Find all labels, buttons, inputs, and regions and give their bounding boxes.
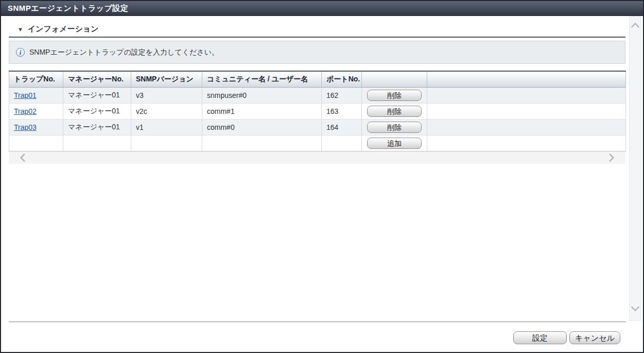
vertical-scrollbar[interactable]: [629, 16, 641, 321]
table-row-add: 追加: [9, 135, 626, 151]
table-row: Trap03 マネージャー01 v1 comm#0 164 削除: [9, 119, 626, 135]
table-row: Trap02 マネージャー01 v2c comm#1 163 削除: [9, 103, 626, 119]
trap-link[interactable]: Trap01: [14, 91, 37, 99]
spacer-cell: [427, 135, 626, 151]
col-header-manager-no: マネージャーNo.: [63, 71, 131, 87]
col-header-snmp-version: SNMPバージョン: [131, 71, 202, 87]
cancel-button[interactable]: キャンセル: [569, 331, 620, 344]
table-row: Trap01 マネージャー01 v3 snmpuser#0 162 削除: [9, 87, 626, 103]
spacer-cell: [427, 103, 626, 119]
add-button[interactable]: 追加: [367, 138, 422, 149]
snmp-version-cell: v1: [131, 119, 202, 135]
delete-button[interactable]: 削除: [367, 90, 422, 101]
delete-button[interactable]: 削除: [367, 122, 422, 133]
footer-buttons: 設定 キャンセル: [513, 331, 620, 344]
trap-table: トラップNo. マネージャーNo. SNMPバージョン コミュニティー名 / ユ…: [9, 71, 626, 152]
col-header-trap-no: トラップNo.: [9, 71, 63, 87]
information-section-toggle[interactable]: ▼ インフォメーション: [9, 17, 625, 38]
horizontal-scrollbar[interactable]: [9, 152, 625, 164]
snmp-version-cell: v2c: [131, 103, 202, 119]
spacer-cell: [427, 119, 626, 135]
community-user-cell: snmpuser#0: [202, 87, 322, 103]
table-header-row: トラップNo. マネージャーNo. SNMPバージョン コミュニティー名 / ユ…: [9, 71, 626, 87]
spacer-cell: [427, 87, 626, 103]
trap-link[interactable]: Trap03: [14, 123, 37, 131]
scroll-up-icon[interactable]: [631, 23, 639, 31]
scroll-right-icon[interactable]: [606, 153, 615, 162]
set-button[interactable]: 設定: [513, 331, 567, 344]
collapse-triangle-icon: ▼: [18, 26, 23, 32]
community-user-cell: comm#0: [202, 119, 322, 135]
scroll-left-icon[interactable]: [20, 153, 29, 162]
dialog-content: ▼ インフォメーション i SNMPエージェントトラップの設定を入力してください…: [9, 17, 625, 164]
info-icon: i: [16, 48, 25, 57]
col-header-port-no: ポートNo.: [322, 71, 362, 87]
snmp-version-cell: v3: [131, 87, 202, 103]
footer-separator: [9, 322, 626, 323]
col-header-community-user: コミュニティー名 / ユーザー名: [202, 71, 322, 87]
port-no-cell: 163: [322, 103, 362, 119]
dialog-titlebar: SNMPエージェントトラップ設定: [1, 1, 643, 16]
col-header-action: [362, 71, 427, 87]
manager-no-cell: マネージャー01: [63, 103, 131, 119]
information-message: SNMPエージェントトラップの設定を入力してください。: [29, 48, 219, 57]
col-header-spacer: [427, 71, 626, 87]
manager-no-cell: マネージャー01: [63, 87, 131, 103]
manager-no-cell: マネージャー01: [63, 119, 131, 135]
dialog-title: SNMPエージェントトラップ設定: [8, 4, 129, 12]
snmp-trap-settings-dialog: SNMPエージェントトラップ設定 ▼ インフォメーション i SNMPエージェン…: [0, 0, 644, 353]
trap-link[interactable]: Trap02: [14, 107, 37, 115]
community-user-cell: comm#1: [202, 103, 322, 119]
information-section-title: インフォメーション: [28, 24, 99, 34]
scroll-down-icon[interactable]: [631, 303, 639, 312]
information-message-box: i SNMPエージェントトラップの設定を入力してください。: [9, 41, 625, 64]
delete-button[interactable]: 削除: [367, 106, 422, 117]
port-no-cell: 162: [322, 87, 362, 103]
port-no-cell: 164: [322, 119, 362, 135]
